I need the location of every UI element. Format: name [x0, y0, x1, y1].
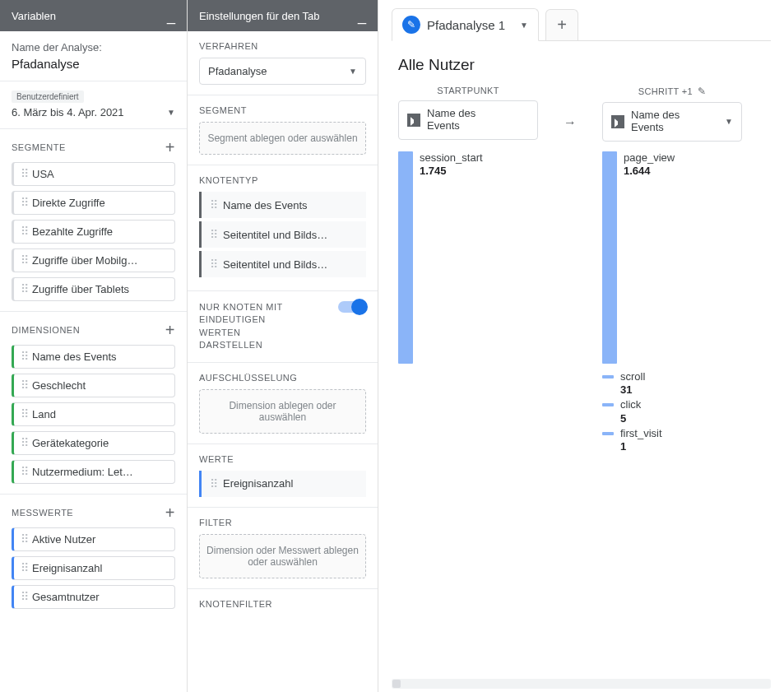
segment-chip[interactable]: Zugriffe über Mobilg…	[12, 248, 175, 272]
step1-label: SCHRITT +1	[638, 86, 693, 96]
filter-dropzone[interactable]: Dimension oder Messwert ablegen oder aus…	[199, 534, 366, 578]
add-tab-button[interactable]: +	[545, 9, 578, 40]
chevron-down-icon[interactable]: ▼	[512, 21, 528, 30]
canvas-area: ✎ Pfadanalyse 1 ▼ + Alle Nutzer STARTPUN…	[378, 0, 784, 692]
startpoint-selector[interactable]: Name des Events	[398, 100, 538, 140]
add-metric-icon[interactable]: +	[165, 504, 175, 521]
metrics-section: MESSWERTE + Aktive NutzerEreignisanzahlG…	[0, 495, 187, 619]
nodetype-item[interactable]: Seitentitel und Bilds…	[199, 251, 366, 277]
dimension-chip[interactable]: Name des Events	[12, 345, 175, 369]
node-value: 1.745	[420, 165, 483, 178]
dimension-chip[interactable]: Gerätekategorie	[12, 431, 175, 455]
segment-chip-label: Direkte Zugriffe	[32, 197, 105, 209]
minimize-icon[interactable]: _	[167, 8, 175, 23]
segment-chip[interactable]: Bezahlte Zugriffe	[12, 220, 175, 244]
metric-chip-label: Gesamtnutzer	[32, 591, 100, 603]
metrics-title: MESSWERTE	[12, 508, 73, 518]
drag-handle-icon	[21, 286, 27, 292]
breakdown-dropzone[interactable]: Dimension ablegen oder auswählen	[199, 389, 366, 434]
unique-toggle[interactable]	[338, 301, 366, 313]
node-bar	[398, 151, 413, 364]
metric-chip-label: Aktive Nutzer	[32, 533, 95, 546]
metric-chip[interactable]: Aktive Nutzer	[12, 527, 175, 551]
analysis-name-label: Name der Analyse:	[12, 41, 175, 53]
step1-selector[interactable]: Name des Events ▼	[602, 102, 742, 142]
drag-handle-icon	[21, 565, 27, 571]
drag-handle-icon	[210, 477, 218, 490]
add-dimension-icon[interactable]: +	[165, 322, 175, 338]
drag-handle-icon	[210, 228, 218, 241]
values-title: WERTE	[199, 454, 234, 464]
path-node-start[interactable]: session_start 1.745	[398, 151, 538, 364]
metric-chip[interactable]: Gesamtnutzer	[12, 585, 175, 609]
nodetype-item[interactable]: Name des Events	[199, 192, 366, 218]
dimension-chip-label: Gerätekategorie	[32, 437, 109, 449]
dimensions-title: DIMENSIONEN	[12, 325, 80, 335]
segment-chip-label: Zugriffe über Mobilg…	[32, 254, 137, 267]
add-segment-icon[interactable]: +	[165, 139, 175, 156]
node-name: session_start	[420, 151, 483, 165]
technique-title: VERFAHREN	[199, 41, 258, 51]
path-node-step1[interactable]: scroll31	[602, 370, 742, 397]
date-range-value: 6. März bis 4. Apr. 2021	[12, 106, 124, 118]
analysis-name-section: Name der Analyse: Pfadanalyse	[0, 31, 187, 81]
filter-title: FILTER	[199, 518, 232, 527]
drag-handle-icon	[21, 354, 27, 360]
segment-dropzone[interactable]: Segment ablegen oder auswählen	[199, 122, 366, 155]
nodetype-title: KNOTENTYP	[199, 175, 258, 185]
nodetype-item-label: Seitentitel und Bilds…	[223, 229, 327, 241]
breakdown-section: AUFSCHLÜSSELUNG Dimension ablegen oder a…	[188, 363, 378, 444]
path-visualization: session_start 1.745 page_view1.644scroll…	[398, 151, 771, 454]
dimension-chip[interactable]: Geschlecht	[12, 374, 175, 397]
nodetype-item[interactable]: Seitentitel und Bilds…	[199, 221, 366, 248]
nodefilter-section: KNOTENFILTER	[188, 589, 378, 625]
values-item-label: Ereignisanzahl	[223, 477, 293, 490]
segment-chip[interactable]: Zugriffe über Tablets	[12, 277, 175, 301]
node-bar	[602, 375, 614, 379]
horizontal-scrollbar[interactable]	[392, 679, 771, 689]
unique-toggle-section: NUR KNOTEN MIT EINDEUTIGEN WERTEN DARSTE…	[188, 291, 378, 363]
segments-section: SEGMENTE + USADirekte ZugriffeBezahlte Z…	[0, 129, 187, 312]
segment-chip-label: USA	[32, 168, 54, 180]
dimensions-section: DIMENSIONEN + Name des EventsGeschlechtL…	[0, 312, 187, 495]
settings-panel: Einstellungen für den Tab _ VERFAHREN Pf…	[188, 0, 378, 692]
values-item[interactable]: Ereignisanzahl	[199, 471, 366, 497]
segment-chip[interactable]: USA	[12, 162, 175, 186]
tab-bar: ✎ Pfadanalyse 1 ▼ +	[392, 8, 771, 41]
chevron-down-icon: ▼	[167, 108, 175, 117]
node-value: 1.644	[624, 165, 675, 178]
path-node-step1[interactable]: first_visit1	[602, 427, 742, 454]
analysis-name-value[interactable]: Pfadanalyse	[12, 57, 175, 71]
canvas-title: Alle Nutzer	[398, 56, 771, 74]
dimension-chip[interactable]: Nutzermedium: Let…	[12, 460, 175, 484]
path-node-step1[interactable]: page_view1.644	[602, 151, 742, 364]
filter-section: FILTER Dimension oder Messwert ablegen o…	[188, 508, 378, 589]
date-range-section[interactable]: Benutzerdefiniert 6. März bis 4. Apr. 20…	[0, 81, 187, 129]
segment-chip[interactable]: Direkte Zugriffe	[12, 191, 175, 215]
metric-chip[interactable]: Ereignisanzahl	[12, 556, 175, 580]
drag-handle-icon	[21, 258, 27, 263]
scrollbar-thumb[interactable]	[392, 680, 401, 688]
minimize-icon[interactable]: _	[358, 8, 366, 23]
dimension-chip-label: Geschlecht	[32, 379, 86, 392]
edit-step-icon[interactable]: ✎	[698, 86, 706, 97]
tab-pfadanalyse-1[interactable]: ✎ Pfadanalyse 1 ▼	[392, 8, 539, 41]
settings-panel-title: Einstellungen für den Tab	[199, 10, 319, 22]
drag-handle-icon	[21, 411, 27, 417]
unique-toggle-label: NUR KNOTEN MIT EINDEUTIGEN WERTEN DARSTE…	[199, 301, 298, 352]
drag-handle-icon	[21, 440, 27, 446]
arrow-right-icon: →	[559, 86, 581, 142]
nodetype-item-label: Name des Events	[223, 199, 308, 211]
technique-select[interactable]: Pfadanalyse ▼	[199, 58, 366, 85]
nodefilter-title: KNOTENFILTER	[199, 599, 272, 609]
dimension-chip-label: Land	[32, 408, 56, 420]
values-section: WERTE Ereignisanzahl	[188, 444, 378, 508]
node-value: 5	[620, 412, 641, 425]
path-node-step1[interactable]: click5	[602, 398, 742, 425]
segment-chip-label: Bezahlte Zugriffe	[32, 225, 113, 238]
breakdown-title: AUFSCHLÜSSELUNG	[199, 373, 297, 383]
tab-label: Pfadanalyse 1	[427, 18, 505, 32]
date-range-badge: Benutzerdefiniert	[12, 91, 84, 103]
dimension-chip[interactable]: Land	[12, 402, 175, 426]
variables-panel-header: Variablen _	[0, 0, 187, 31]
